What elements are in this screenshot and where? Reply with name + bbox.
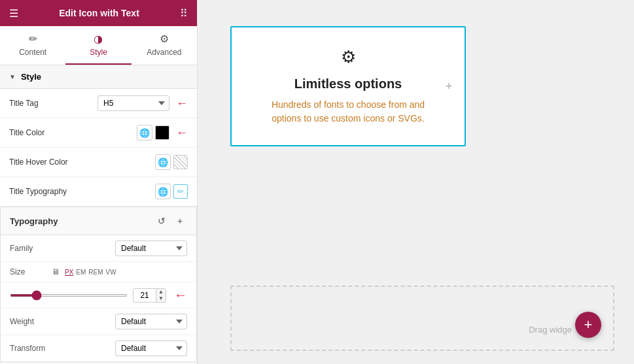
title-hover-color-controls: 🌐 — [155, 154, 188, 170]
number-input-wrap: ▲ ▼ — [133, 288, 166, 303]
title-typography-label: Title Typography — [9, 187, 67, 196]
typography-size-label-wrap: Size 🖥 — [10, 267, 60, 276]
typography-family-select[interactable]: Default Arial Helvetica — [115, 240, 187, 256]
tab-advanced-label: Advanced — [147, 48, 181, 57]
tab-style-label: Style — [90, 48, 107, 57]
monitor-icon: 🖥 — [52, 267, 60, 276]
section-label: Style — [21, 72, 41, 82]
number-spinners: ▲ ▼ — [156, 289, 166, 302]
typography-size-label: Size — [10, 267, 49, 276]
typography-family-controls: Default Arial Helvetica — [115, 240, 187, 256]
panel-tabs: ✏ Content ◑ Style ⚙ Advanced — [0, 26, 197, 65]
title-typography-pencil-btn[interactable]: ✏ — [173, 184, 188, 199]
typography-family-label: Family — [10, 244, 49, 253]
title-hover-color-swatch[interactable] — [173, 155, 188, 169]
typography-weight-controls: Default 400 700 — [115, 314, 187, 329]
widget-gear-icon: ⚙ — [341, 47, 356, 67]
size-number-input[interactable] — [133, 289, 156, 302]
drag-widget-text: Drag widge — [529, 325, 572, 335]
title-color-swatch[interactable] — [155, 125, 169, 140]
panel-header: ☰ Edit Icon with Text ⠿ — [0, 0, 197, 26]
advanced-tab-icon: ⚙ — [160, 33, 169, 45]
typography-header: Typography ↺ + — [1, 207, 196, 235]
spinner-down-btn[interactable]: ▼ — [156, 295, 166, 302]
title-typography-row: Title Typography 🌐 ✏ — [0, 177, 197, 207]
widget-area: ⚙ Limitless options Hundreds of fonts to… — [198, 0, 634, 279]
title-typography-controls: 🌐 ✏ — [155, 184, 188, 199]
right-panel: ⚙ Limitless options Hundreds of fonts to… — [198, 0, 634, 364]
typography-add-btn[interactable]: + — [173, 214, 187, 228]
section-arrow-icon: ▼ — [9, 73, 16, 80]
unit-em[interactable]: EM — [76, 269, 86, 276]
tab-content[interactable]: ✏ Content — [0, 26, 65, 65]
style-tab-icon: ◑ — [94, 33, 103, 45]
section-header: ▼ Style — [0, 65, 197, 89]
left-panel: ☰ Edit Icon with Text ⠿ ✏ Content ◑ Styl… — [0, 0, 198, 364]
slider-wrap: ▲ ▼ ← — [10, 288, 187, 303]
typography-size-slider-row: ▲ ▼ ← — [1, 282, 196, 308]
title-tag-label: Title Tag — [9, 99, 39, 108]
typography-panel: Typography ↺ + Family Default Arial Helv… — [0, 207, 197, 363]
tab-advanced[interactable]: ⚙ Advanced — [132, 26, 197, 65]
title-hover-globe-btn[interactable]: 🌐 — [155, 154, 171, 170]
unit-px[interactable]: PX — [65, 269, 73, 276]
title-tag-arrow-indicator: ← — [176, 97, 188, 110]
typography-transform-row: Transform Default uppercase lowercase ca… — [1, 335, 196, 362]
typography-transform-label: Transform — [10, 344, 49, 353]
title-tag-select[interactable]: H5 H1 H2 H3 H4 H6 — [97, 95, 169, 111]
typography-weight-label: Weight — [10, 317, 49, 326]
widget-card: ⚙ Limitless options Hundreds of fonts to… — [230, 26, 466, 146]
fab-add-btn[interactable]: + — [575, 312, 601, 338]
spinner-up-btn[interactable]: ▲ — [156, 289, 166, 295]
typography-family-row: Family Default Arial Helvetica — [1, 235, 196, 262]
title-tag-row: Title Tag H5 H1 H2 H3 H4 H6 ← — [0, 89, 197, 118]
title-color-row: Title Color 🌐 ← — [0, 118, 197, 148]
panel-body: ▼ Style Title Tag H5 H1 H2 H3 H4 H6 ← Ti… — [0, 65, 197, 364]
panel-title: Edit Icon with Text — [59, 8, 139, 18]
title-color-controls: 🌐 ← — [137, 125, 188, 141]
typography-transform-controls: Default uppercase lowercase capitalize — [115, 340, 187, 356]
empty-dashed-area — [230, 286, 614, 351]
typography-reset-btn[interactable]: ↺ — [154, 214, 169, 228]
title-color-label: Title Color — [9, 128, 44, 137]
title-hover-color-label: Title Hover Color — [9, 157, 68, 167]
unit-vw[interactable]: VW — [106, 269, 116, 276]
size-arrow-indicator: ← — [174, 288, 187, 303]
unit-rem[interactable]: REM — [88, 269, 103, 276]
widget-title: Limitless options — [294, 76, 402, 91]
title-color-arrow-indicator: ← — [176, 126, 188, 140]
title-hover-color-row: Title Hover Color 🌐 — [0, 148, 197, 177]
typography-size-row: Size 🖥 PX EM REM VW — [1, 262, 196, 282]
size-slider[interactable] — [10, 294, 128, 297]
title-color-globe-btn[interactable]: 🌐 — [137, 125, 152, 141]
add-column-btn[interactable]: + — [442, 79, 456, 93]
tab-style[interactable]: ◑ Style — [65, 26, 131, 65]
hamburger-icon[interactable]: ☰ — [9, 7, 18, 20]
title-tag-controls: H5 H1 H2 H3 H4 H6 ← — [97, 95, 188, 111]
typography-weight-row: Weight Default 400 700 — [1, 308, 196, 335]
grid-icon[interactable]: ⠿ — [180, 7, 188, 20]
content-tab-icon: ✏ — [29, 33, 37, 45]
typography-weight-select[interactable]: Default 400 700 — [115, 314, 187, 329]
typography-header-controls: ↺ + — [154, 214, 187, 228]
typography-panel-title: Typography — [10, 216, 58, 226]
typography-transform-select[interactable]: Default uppercase lowercase capitalize — [115, 340, 187, 356]
tab-content-label: Content — [19, 48, 46, 57]
title-typography-globe-btn[interactable]: 🌐 — [155, 184, 171, 199]
widget-description: Hundreds of fonts to choose from and opt… — [258, 98, 438, 125]
